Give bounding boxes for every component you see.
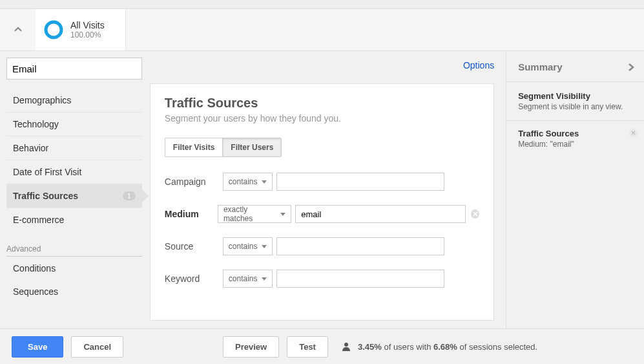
summary-ts-text: Medium: "email"	[518, 140, 632, 149]
summary-traffic-sources-block: Traffic Sources Medium: "email"	[506, 121, 644, 156]
stats-suffix: of sessions selected.	[457, 342, 537, 352]
sidebar-item-sequences[interactable]: Sequences	[6, 280, 142, 303]
segment-chip-all-visits[interactable]: All Visits 100.00%	[36, 9, 126, 50]
advanced-label: Advanced	[6, 235, 142, 257]
sidebar-item-label: Sequences	[13, 286, 58, 297]
source-value-input[interactable]	[276, 237, 444, 255]
filter-users-button[interactable]: Filter Users	[222, 138, 281, 156]
close-icon	[473, 211, 478, 217]
summary-visibility-block: Segment Visibility Segment is visible in…	[506, 82, 644, 121]
keyword-label: Keyword	[165, 273, 223, 284]
row-campaign: Campaign contains	[165, 173, 479, 191]
medium-label: Medium	[165, 209, 218, 219]
segment-title: All Visits	[70, 20, 105, 30]
medium-operator-select[interactable]: exactly matches	[218, 205, 291, 223]
summary-panel: Summary Segment Visibility Segment is vi…	[506, 51, 644, 328]
segment-header: All Visits 100.00%	[0, 9, 644, 50]
sidebar-item-label: Behavior	[13, 143, 48, 153]
panel-title: Traffic Sources	[165, 96, 479, 111]
close-icon	[631, 131, 636, 135]
sidebar-item-behavior[interactable]: Behavior	[6, 136, 142, 160]
row-keyword: Keyword contains	[165, 270, 479, 288]
keyword-operator-select[interactable]: contains	[223, 270, 273, 288]
sidebar-item-traffic-sources[interactable]: Traffic Sources 1	[6, 184, 142, 208]
circle-icon	[43, 19, 64, 40]
svg-point-0	[46, 22, 61, 37]
test-button[interactable]: Test	[287, 336, 328, 358]
top-stripe	[0, 0, 644, 9]
stats-mid: of users with	[382, 342, 433, 352]
summary-header[interactable]: Summary	[506, 51, 644, 82]
sidebar-item-label: Date of First Visit	[13, 167, 81, 177]
preview-button[interactable]: Preview	[223, 336, 279, 358]
sidebar-item-ecommerce[interactable]: E-commerce	[6, 208, 142, 231]
medium-value-input[interactable]	[295, 205, 466, 223]
source-operator-select[interactable]: contains	[223, 237, 273, 255]
sidebar-item-technology[interactable]: Technology	[6, 112, 142, 136]
collapse-button[interactable]	[0, 9, 36, 50]
campaign-operator-select[interactable]: contains	[223, 173, 273, 191]
selection-stats: 3.45% of users with 6.68% of sessions se…	[341, 341, 537, 352]
sidebar-item-label: Conditions	[13, 263, 56, 273]
filter-count-badge: 1	[123, 191, 136, 200]
sidebar-item-conditions[interactable]: Conditions	[6, 257, 142, 280]
stats-users-pct: 3.45%	[358, 342, 382, 352]
segment-name-input[interactable]	[6, 58, 142, 80]
save-button[interactable]: Save	[12, 336, 63, 358]
chevron-up-icon	[14, 25, 23, 34]
source-label: Source	[165, 241, 223, 252]
campaign-label: Campaign	[165, 177, 223, 187]
filter-scope-toggle: Filter Visits Filter Users	[165, 138, 282, 157]
summary-ts-remove[interactable]	[629, 129, 638, 137]
person-icon	[341, 341, 351, 352]
options-link[interactable]: Options	[463, 60, 494, 83]
visibility-title: Segment Visibility	[518, 91, 632, 101]
sidebar-item-label: E-commerce	[13, 215, 64, 225]
footer-bar: Save Cancel Preview Test 3.45% of users …	[0, 328, 644, 364]
segment-percentage: 100.00%	[70, 30, 105, 39]
panel-subtitle: Segment your users by how they found you…	[165, 113, 479, 123]
row-source: Source contains	[165, 237, 479, 255]
sidebar-item-date-first-visit[interactable]: Date of First Visit	[6, 160, 142, 184]
sidebar-item-demographics[interactable]: Demographics	[6, 89, 142, 112]
cancel-button[interactable]: Cancel	[71, 336, 123, 358]
stats-sessions-pct: 6.68%	[433, 342, 457, 352]
main-panel: Traffic Sources Segment your users by ho…	[150, 83, 494, 321]
medium-clear-button[interactable]	[471, 209, 479, 219]
chevron-right-icon	[627, 63, 635, 72]
sidebar-item-label: Technology	[13, 119, 59, 129]
content-area: Demographics Technology Behavior Date of…	[0, 50, 644, 328]
filter-visits-button[interactable]: Filter Visits	[165, 138, 222, 156]
sidebar-item-label: Traffic Sources	[13, 191, 78, 201]
options-row: Options	[150, 51, 506, 83]
campaign-value-input[interactable]	[276, 173, 444, 191]
visibility-text: Segment is visible in any view.	[518, 102, 632, 111]
summary-title: Summary	[518, 61, 562, 72]
keyword-value-input[interactable]	[276, 270, 444, 288]
sidebar-item-label: Demographics	[13, 95, 71, 105]
svg-point-1	[344, 343, 348, 347]
sidebar: Demographics Technology Behavior Date of…	[0, 51, 150, 328]
row-medium: Medium exactly matches	[165, 205, 479, 223]
summary-ts-title: Traffic Sources	[518, 129, 632, 138]
